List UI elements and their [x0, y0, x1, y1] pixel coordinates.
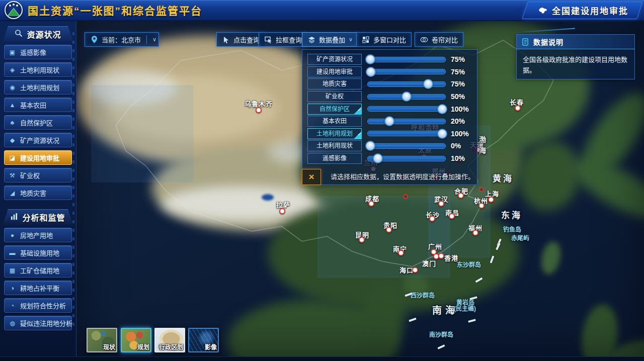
- sidebar-item-label: 耕地占补平衡: [20, 283, 59, 293]
- layer-toggle-3[interactable]: 矿业权: [307, 91, 362, 102]
- sea-label: 东海: [501, 208, 522, 221]
- sidebar-item-label: 自然保护区: [20, 118, 53, 127]
- sidebar-item-0-1[interactable]: ◈土地利用现状: [4, 62, 72, 77]
- toolbar-button-0[interactable]: 点击查询: [216, 32, 265, 47]
- opacity-value-8: 10%: [451, 154, 472, 162]
- sidebar-item-0-7[interactable]: ⚒矿业权: [4, 168, 72, 183]
- land-resources-logo-icon: [5, 1, 23, 19]
- city-marker: [279, 208, 285, 214]
- opacity-slider-2[interactable]: [367, 81, 446, 87]
- land-use-status-icon: ◈: [9, 66, 16, 73]
- city-marker: [256, 107, 262, 113]
- map-search-icon: [15, 29, 23, 39]
- slider-knob-4[interactable]: [437, 104, 447, 114]
- sidebar-item-label: 基本农田: [20, 100, 46, 110]
- layer-toggle-1[interactable]: 建设用地审批: [307, 66, 362, 77]
- layer-toggle-0[interactable]: 矿产资源状况: [307, 54, 362, 65]
- sidebar-item-0-8[interactable]: ◢地质灾害: [4, 186, 72, 200]
- data-overlay-panel: 矿产资源状况75%建设用地审批75%地质灾害75%矿业权50%自然保护区100%…: [302, 49, 477, 185]
- sidebar-item-1-5[interactable]: ◍疑似违法用地分析: [4, 316, 72, 330]
- close-overlay-button[interactable]: ×: [302, 169, 321, 185]
- island-label: (民主礁): [454, 304, 476, 312]
- opacity-slider-5[interactable]: [367, 119, 446, 124]
- city-label: 海口: [399, 265, 414, 275]
- map-canvas[interactable]: 乌鲁木齐长春呼和浩特天津太原兰州郑州合肥上海杭州武汉南昌长沙成都拉萨贵阳昆明福州…: [76, 20, 644, 357]
- sea-label: 渤海: [477, 136, 487, 158]
- layer-toggle-2[interactable]: 地质灾害: [307, 78, 362, 89]
- compliance-analysis-icon: ◔: [9, 302, 16, 309]
- layer-toggle-6[interactable]: 土地利用规划: [307, 128, 362, 139]
- sidebar-item-0-2[interactable]: ◉土地利用规划: [4, 80, 72, 95]
- opacity-slider-0[interactable]: [367, 57, 446, 62]
- basemap-thumb-imagery[interactable]: 影像: [188, 328, 219, 352]
- slider-knob-0[interactable]: [365, 54, 375, 64]
- toolbar-button-2[interactable]: 数据叠加∨: [302, 32, 358, 47]
- city-label: 拉萨: [276, 200, 290, 209]
- toolbar-button-4[interactable]: 卷帘对比: [415, 32, 463, 47]
- toolbar-button-1[interactable]: 拉框查询: [259, 32, 307, 47]
- layer-toggle-5[interactable]: 基本农田: [307, 116, 362, 127]
- current-region-selector[interactable]: 当前：北京市 ∨: [85, 32, 159, 47]
- sidebar-item-label: 工矿仓储用地: [20, 265, 59, 275]
- sidebar-item-0-3[interactable]: ▲基本农田: [4, 98, 72, 112]
- geo-hazard-icon: ◢: [9, 190, 16, 197]
- opacity-slider-6[interactable]: [367, 131, 446, 136]
- slider-knob-3[interactable]: [401, 92, 412, 102]
- basemap-thumb-label: 行政区划: [159, 342, 183, 351]
- toolbar-button-label: 多窗口对比: [373, 35, 406, 44]
- opacity-slider-4[interactable]: [367, 106, 446, 112]
- sidebar-item-1-4[interactable]: ◔规划符合性分析: [4, 298, 72, 313]
- sidebar-item-1-0[interactable]: ●房地产用地: [4, 228, 72, 242]
- slider-knob-2[interactable]: [423, 79, 433, 89]
- sidebar-section-1: 分析和监管●房地产用地▬基础设施用地▦工矿仓储用地◑耕地占补平衡◔规划符合性分析…: [0, 209, 76, 330]
- opacity-value-5: 20%: [451, 117, 472, 125]
- basemap-thumb-plan[interactable]: 规划: [121, 328, 151, 352]
- slider-knob-8[interactable]: [373, 153, 383, 163]
- location-pin-icon: [90, 36, 98, 44]
- opacity-slider-8[interactable]: [367, 156, 446, 161]
- sidebar-item-label: 矿产资源状况: [20, 135, 59, 145]
- city-marker: [438, 201, 444, 207]
- nine-dash-line-segment: [496, 242, 501, 250]
- slider-knob-1[interactable]: [366, 67, 376, 77]
- opacity-slider-3[interactable]: [367, 94, 446, 100]
- document-icon: [522, 38, 529, 46]
- farmland-icon: ▲: [9, 102, 16, 109]
- slider-knob-5[interactable]: [384, 116, 394, 126]
- header-right-tab[interactable]: 全国建设用地审批: [522, 2, 642, 19]
- data-description-header: 数据说明: [517, 35, 634, 49]
- opacity-slider-1[interactable]: [367, 69, 446, 74]
- basemap-thumb-admin[interactable]: 行政区划: [154, 328, 185, 352]
- chevron-down-icon[interactable]: ∨: [152, 36, 156, 43]
- sidebar-item-label: 矿业权: [20, 170, 40, 180]
- layer-toggle-8[interactable]: 遥感影像: [307, 153, 362, 164]
- overlay-row-1: 建设用地审批75%: [307, 66, 472, 78]
- overlay-hint: 请选择相应数据，设置数据透明度进行叠加操作。: [327, 171, 473, 181]
- mining-rights-icon: ⚒: [9, 172, 16, 179]
- city-marker: [412, 267, 418, 273]
- sidebar-item-0-6[interactable]: ◪建设用地审批: [4, 150, 72, 165]
- basemap-thumb-status[interactable]: 现状: [87, 328, 117, 352]
- layer-toggle-7[interactable]: 土地利用现状: [307, 140, 362, 151]
- overlay-row-2: 地质灾害75%: [307, 78, 472, 91]
- overlay-row-6: 土地利用规划100%: [307, 128, 472, 140]
- island-label: 钓鱼岛: [503, 225, 521, 233]
- layer-toggle-4[interactable]: 自然保护区: [307, 104, 362, 115]
- sidebar-item-0-0[interactable]: ▣遥感影像: [4, 45, 72, 59]
- slider-knob-6[interactable]: [437, 129, 447, 139]
- sidebar-item-0-5[interactable]: ◆矿产资源状况: [4, 133, 72, 147]
- overlay-row-0: 矿产资源状况75%: [307, 53, 472, 66]
- sidebar-item-1-2[interactable]: ▦工矿仓储用地: [4, 263, 72, 278]
- infrastructure-icon: ▬: [9, 249, 16, 256]
- sidebar-item-0-4[interactable]: ♣自然保护区: [4, 115, 72, 130]
- sidebar-item-1-1[interactable]: ▬基础设施用地: [4, 245, 72, 260]
- city-marker: [478, 203, 485, 209]
- sidebar-item-1-3[interactable]: ◑耕地占补平衡: [4, 281, 72, 295]
- opacity-slider-7[interactable]: [367, 143, 446, 149]
- sidebar-section-title-label: 资源状况: [27, 28, 61, 40]
- toolbar-button-3[interactable]: 多窗口对比: [356, 32, 412, 47]
- city-marker: [368, 201, 374, 207]
- overlay-row-3: 矿业权50%: [307, 91, 472, 103]
- slider-knob-7[interactable]: [365, 141, 375, 151]
- sidebar-item-label: 地质灾害: [20, 188, 46, 198]
